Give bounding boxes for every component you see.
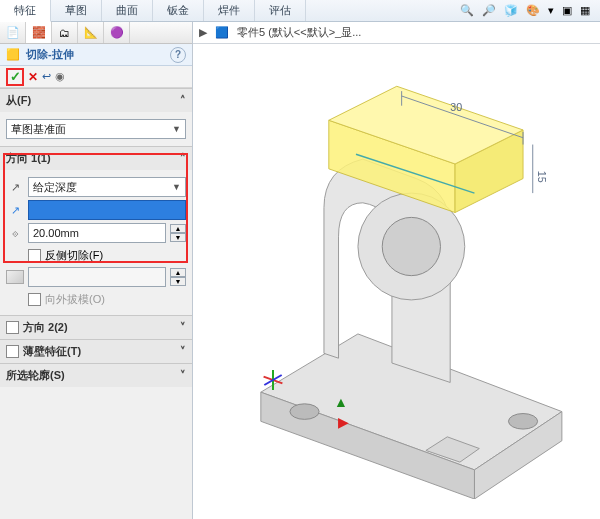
panel-tab-config[interactable]: 🗂	[52, 22, 78, 43]
draft-icon[interactable]	[6, 268, 24, 286]
repeat-button[interactable]	[42, 70, 51, 83]
help-icon[interactable]: ?	[170, 47, 186, 63]
hide-show-icon[interactable]: ▾	[548, 4, 554, 17]
section-dir2: 方向 2(2) ˅	[0, 315, 192, 339]
direction-reference-input[interactable]	[28, 200, 186, 220]
section-thin: 薄壁特征(T) ˅	[0, 339, 192, 363]
reverse-cut-label: 反侧切除(F)	[45, 248, 103, 263]
scene-icon[interactable]: ▦	[580, 4, 590, 17]
canvas-breadcrumb: ▶ 🟦 零件5 (默认<<默认>_显...	[193, 22, 600, 44]
document-name[interactable]: 零件5 (默认<<默认>_显...	[237, 25, 361, 40]
direction-vector-icon[interactable]: ↗	[6, 201, 24, 219]
section-contours-label: 所选轮廓(S)	[6, 368, 65, 383]
preview-toggle[interactable]	[55, 70, 65, 83]
feature-title: 切除-拉伸	[26, 47, 74, 62]
draft-spinner[interactable]: ▲▼	[170, 268, 186, 286]
tab-features[interactable]: 特征	[0, 0, 51, 22]
tab-evaluate[interactable]: 评估	[255, 0, 306, 21]
part-icon: 🟦	[215, 26, 229, 39]
depth-icon: ⟐	[6, 224, 24, 242]
display-style-icon[interactable]: 🎨	[526, 4, 540, 17]
draft-angle-input	[28, 267, 166, 287]
feature-title-bar: 🟨 切除-拉伸 ?	[0, 44, 192, 66]
section-dir1: 方向 1(1) ˄ ↗ 给定深度 ▼ ↗ ⟐	[0, 146, 192, 315]
dropdown-icon: ▼	[172, 182, 181, 192]
section-thin-label: 薄壁特征(T)	[23, 344, 81, 359]
panel-tab-dim[interactable]: 📐	[78, 22, 104, 43]
from-select[interactable]: 草图基准面 ▼	[6, 119, 186, 139]
chevron-down-icon: ˅	[180, 369, 186, 382]
from-select-value: 草图基准面	[11, 122, 66, 137]
dim-width: 30	[450, 101, 462, 113]
ribbon-tabs: 特征 草图 曲面 钣金 焊件 评估 🔍 🔎 🧊 🎨 ▾ ▣ ▦	[0, 0, 600, 22]
panel-tab-strip: 📄 🧱 🗂 📐 🟣	[0, 22, 192, 44]
chevron-up-icon: ˄	[180, 94, 186, 107]
section-dir2-header[interactable]: 方向 2(2) ˅	[0, 316, 192, 339]
section-from-header[interactable]: 从(F) ˄	[0, 89, 192, 112]
section-from-label: 从(F)	[6, 93, 31, 108]
view-toolbar: 🔍 🔎 🧊 🎨 ▾ ▣ ▦	[450, 0, 600, 21]
appearance-icon[interactable]: ▣	[562, 4, 572, 17]
section-dir1-label: 方向 1(1)	[6, 151, 51, 166]
svg-point-0	[290, 404, 319, 420]
draft-outward-label: 向外拔模(O)	[45, 292, 105, 307]
chevron-down-icon: ˅	[180, 345, 186, 358]
section-dir1-header[interactable]: 方向 1(1) ˄	[0, 147, 192, 170]
end-condition-select[interactable]: 给定深度 ▼	[28, 177, 186, 197]
zoom-fit-icon[interactable]: 🔍	[460, 4, 474, 17]
ok-button[interactable]	[6, 68, 24, 86]
thin-checkbox[interactable]	[6, 345, 19, 358]
tab-sheetmetal[interactable]: 钣金	[153, 0, 204, 21]
cut-extrude-icon: 🟨	[6, 48, 20, 61]
depth-value: 20.00mm	[33, 227, 79, 239]
depth-spinner[interactable]: ▲▼	[170, 224, 186, 242]
panel-tab-appearance[interactable]: 🟣	[104, 22, 130, 43]
section-from: 从(F) ˄ 草图基准面 ▼	[0, 88, 192, 146]
section-contours: 所选轮廓(S) ˅	[0, 363, 192, 387]
cancel-button[interactable]	[28, 70, 38, 84]
depth-input[interactable]: 20.00mm	[28, 223, 166, 243]
check-icon	[10, 69, 21, 84]
dim-height: 15	[536, 171, 548, 183]
zoom-area-icon[interactable]: 🔎	[482, 4, 496, 17]
svg-point-3	[382, 217, 440, 275]
section-thin-header[interactable]: 薄壁特征(T) ˅	[0, 340, 192, 363]
svg-point-1	[508, 414, 537, 430]
action-bar	[0, 66, 192, 88]
tab-sketch[interactable]: 草图	[51, 0, 102, 21]
model-preview: 30 15	[223, 62, 590, 499]
dir2-checkbox[interactable]	[6, 321, 19, 334]
draft-outward-checkbox[interactable]	[28, 293, 41, 306]
view-orient-icon[interactable]: 🧊	[504, 4, 518, 17]
reverse-cut-checkbox[interactable]	[28, 249, 41, 262]
tab-surface[interactable]: 曲面	[102, 0, 153, 21]
property-manager-panel: 📄 🧱 🗂 📐 🟣 🟨 切除-拉伸 ? 从(F) ˄	[0, 22, 193, 519]
chevron-down-icon: ˅	[180, 321, 186, 334]
reverse-direction-icon[interactable]: ↗	[6, 178, 24, 196]
tab-weldments[interactable]: 焊件	[204, 0, 255, 21]
panel-tab-property[interactable]: 🧱	[26, 22, 52, 43]
panel-tab-feature-tree[interactable]: 📄	[0, 22, 26, 43]
chevron-up-icon: ˄	[180, 152, 186, 165]
dropdown-icon: ▼	[172, 124, 181, 134]
graphics-viewport[interactable]: ▶ 🟦 零件5 (默认<<默认>_显...	[193, 22, 600, 519]
end-condition-value: 给定深度	[33, 180, 77, 195]
section-contours-header[interactable]: 所选轮廓(S) ˅	[0, 364, 192, 387]
breadcrumb-arrow-icon[interactable]: ▶	[199, 26, 207, 39]
section-dir2-label: 方向 2(2)	[23, 320, 68, 335]
